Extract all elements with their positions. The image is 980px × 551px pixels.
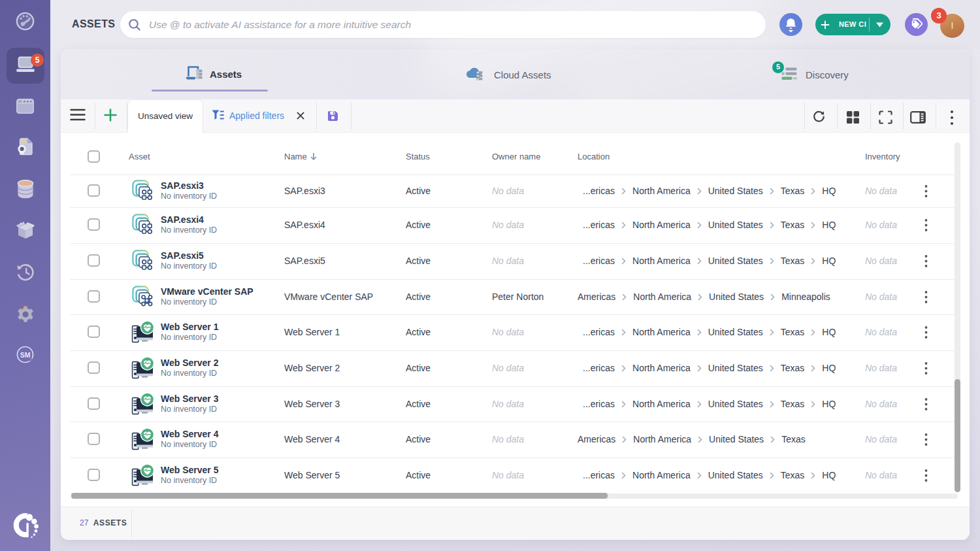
svg-text:SM: SM [20, 351, 31, 359]
